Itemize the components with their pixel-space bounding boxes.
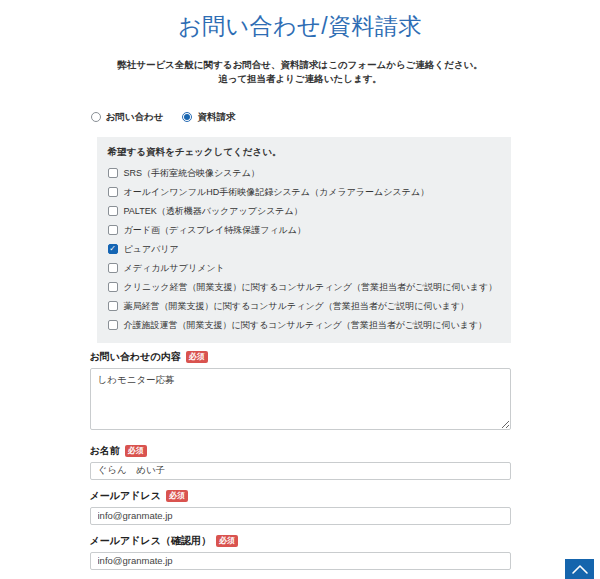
material-checkbox-row[interactable]: クリニック経営（開業支援）に関するコンサルティング（営業担当者がご説明に伺います…	[108, 281, 499, 294]
radio-selected-icon[interactable]	[182, 112, 192, 122]
page-intro: 弊社サービス全般に関するお問合せ、資料請求はこのフォームからご連絡ください。追っ…	[90, 58, 511, 87]
material-label: クリニック経営（開業支援）に関するコンサルティング（営業担当者がご説明に伺います…	[124, 281, 498, 294]
name-input[interactable]	[90, 462, 511, 480]
message-label: お問い合わせの内容	[90, 350, 181, 364]
material-label: 薬局経営（開業支援）に関するコンサルティング（営業担当者がご説明に伺います）	[124, 300, 470, 313]
page-intro-line1: 弊社サービス全般に関するお問合せ、資料請求はこのフォームからご連絡ください。	[117, 59, 483, 70]
checkbox-unchecked-icon[interactable]	[108, 320, 118, 330]
checkbox-unchecked-icon[interactable]	[108, 168, 118, 178]
chevron-up-icon	[570, 563, 590, 575]
email-label: メールアドレス	[90, 489, 161, 503]
message-field-group: お問い合わせの内容 必須 しわモニター応募	[90, 350, 511, 430]
material-label: PALTEK（透析機器バックアップシステム）	[124, 205, 303, 218]
material-checkbox-row[interactable]: オールインワンフルHD手術映像記録システム（カメラアラームシステム）	[108, 186, 499, 199]
material-label: メディカルサプリメント	[124, 262, 225, 275]
checkbox-unchecked-icon[interactable]	[108, 301, 118, 311]
email-input[interactable]	[90, 507, 511, 525]
material-checkbox-row[interactable]: メディカルサプリメント	[108, 262, 499, 275]
required-badge: 必須	[166, 490, 188, 502]
checkbox-checked-icon[interactable]: ✓	[108, 244, 118, 254]
email-field-group: メールアドレス 必須	[90, 489, 511, 525]
required-badge: 必須	[125, 445, 147, 457]
inquiry-type-option[interactable]: お問い合わせ	[91, 111, 164, 124]
material-label: 介護施設運営（開業支援）に関するコンサルティング（営業担当者がご説明に伺います）	[124, 319, 488, 332]
material-label: オールインワンフルHD手術映像記録システム（カメラアラームシステム）	[124, 186, 430, 199]
checkbox-unchecked-icon[interactable]	[108, 206, 118, 216]
email-confirm-input[interactable]	[90, 552, 511, 570]
inquiry-type-option-label: お問い合わせ	[106, 111, 164, 124]
material-checkbox-row[interactable]: 薬局経営（開業支援）に関するコンサルティング（営業担当者がご説明に伺います）	[108, 300, 499, 313]
material-checkbox-row[interactable]: SRS（手術室統合映像システム）	[108, 167, 499, 180]
inquiry-type-option-label: 資料請求	[197, 111, 235, 124]
checkbox-unchecked-icon[interactable]	[108, 282, 118, 292]
message-textarea[interactable]: しわモニター応募	[90, 368, 511, 430]
material-checkbox-row[interactable]: ✓ピュアバリア	[108, 243, 499, 256]
page-title: お問い合わせ/資料請求	[90, 11, 511, 42]
email-confirm-field-group: メールアドレス（確認用） 必須	[90, 534, 511, 570]
inquiry-type-group: お問い合わせ資料請求	[91, 111, 511, 124]
contact-form: お問い合わせ/資料請求 弊社サービス全般に関するお問合せ、資料請求はこのフォーム…	[90, 11, 511, 579]
name-field-group: お名前 必須	[90, 444, 511, 480]
name-label: お名前	[90, 444, 120, 458]
material-label: ガード画（ディスプレイ特殊保護フィルム）	[124, 224, 307, 237]
material-checkbox-row[interactable]: ガード画（ディスプレイ特殊保護フィルム）	[108, 224, 499, 237]
materials-list: SRS（手術室統合映像システム）オールインワンフルHD手術映像記録システム（カメ…	[108, 167, 499, 332]
material-checkbox-row[interactable]: 介護施設運営（開業支援）に関するコンサルティング（営業担当者がご説明に伺います）	[108, 319, 499, 332]
material-label: ピュアバリア	[124, 243, 179, 256]
material-label: SRS（手術室統合映像システム）	[124, 167, 260, 180]
radio-unselected-icon[interactable]	[91, 112, 101, 122]
inquiry-type-option[interactable]: 資料請求	[182, 111, 235, 124]
materials-panel: 希望する資料をチェックしてください。 SRS（手術室統合映像システム）オールイン…	[97, 137, 511, 343]
material-checkbox-row[interactable]: PALTEK（透析機器バックアップシステム）	[108, 205, 499, 218]
checkbox-unchecked-icon[interactable]	[108, 263, 118, 273]
required-badge: 必須	[186, 351, 208, 363]
back-to-top-button[interactable]	[565, 559, 594, 579]
materials-heading: 希望する資料をチェックしてください。	[108, 146, 499, 159]
required-badge: 必須	[216, 535, 238, 547]
page-intro-line2: 追って担当者よりご連絡いたします。	[218, 73, 382, 84]
email-confirm-label: メールアドレス（確認用）	[90, 534, 211, 548]
checkbox-unchecked-icon[interactable]	[108, 225, 118, 235]
checkbox-unchecked-icon[interactable]	[108, 187, 118, 197]
